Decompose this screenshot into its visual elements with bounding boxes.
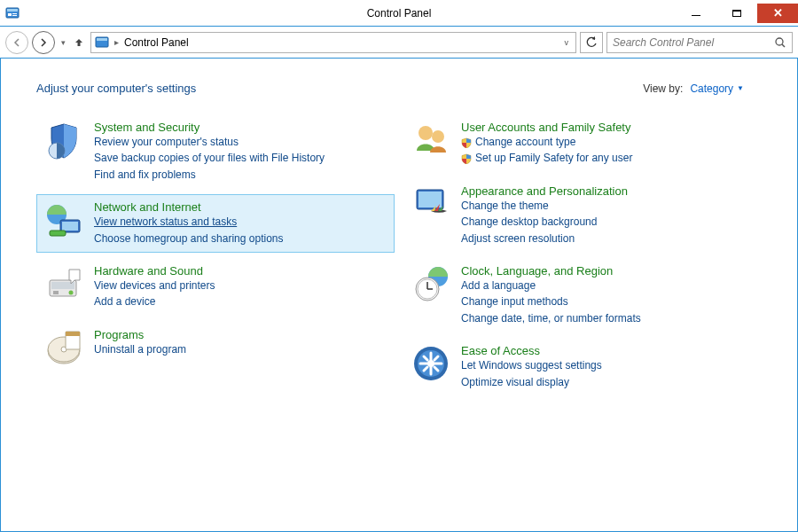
category-link[interactable]: Let Windows suggest settings — [461, 358, 602, 373]
category-link-text: Add a device — [94, 294, 155, 309]
svg-line-8 — [782, 44, 785, 47]
shield-icon — [461, 153, 472, 164]
category-body: User Accounts and Family SafetyChange ac… — [461, 121, 632, 167]
viewby-label: View by: — [643, 82, 683, 95]
category-title[interactable]: Clock, Language, and Region — [461, 264, 641, 278]
shield-icon — [461, 137, 472, 148]
category-body: ProgramsUninstall a program — [94, 328, 186, 357]
svg-rect-6 — [97, 38, 107, 41]
category-link-text: Let Windows suggest settings — [461, 358, 602, 373]
category-link[interactable]: View devices and printers — [94, 278, 215, 293]
category-title[interactable]: Ease of Access — [461, 344, 602, 357]
ease-icon — [411, 344, 450, 383]
category-link[interactable]: Review your computer's status — [94, 135, 325, 150]
category-body: Ease of AccessLet Windows suggest settin… — [461, 344, 602, 390]
category-link-text: Choose homegroup and sharing options — [94, 231, 283, 246]
viewby-dropdown[interactable]: Category ▼ — [690, 82, 744, 95]
users-icon — [411, 121, 450, 160]
category-appearance[interactable]: Appearance and PersonalizationChange the… — [403, 178, 762, 253]
svg-point-7 — [776, 38, 783, 45]
breadcrumb-root[interactable]: Control Panel — [124, 36, 189, 49]
category-link-text: Save backup copies of your files with Fi… — [94, 151, 325, 166]
category-clock[interactable]: Clock, Language, and RegionAdd a languag… — [403, 258, 762, 332]
category-title[interactable]: Network and Internet — [94, 200, 283, 214]
category-body: Appearance and PersonalizationChange the… — [461, 184, 628, 246]
category-title[interactable]: User Accounts and Family Safety — [461, 121, 632, 134]
category-body: System and SecurityReview your computer'… — [94, 121, 325, 183]
category-link-text: Find and fix problems — [94, 168, 196, 183]
maximize-button[interactable] — [716, 4, 757, 23]
address-icon — [95, 35, 109, 50]
category-link[interactable]: Change date, time, or number formats — [461, 311, 641, 326]
viewby-value: Category — [690, 82, 733, 95]
page-title: Adjust your computer's settings — [36, 82, 196, 95]
viewby: View by: Category ▼ — [643, 82, 744, 95]
category-link[interactable]: Find and fix problems — [94, 168, 325, 183]
category-security[interactable]: System and SecurityReview your computer'… — [36, 114, 395, 189]
close-button[interactable]: ✕ — [757, 4, 798, 23]
category-link[interactable]: Optimize visual display — [461, 375, 602, 390]
network-icon — [44, 200, 83, 239]
clock-icon — [411, 264, 450, 303]
appearance-icon — [411, 184, 450, 223]
titlebar: Control Panel ✕ — [0, 0, 798, 27]
category-link[interactable]: Adjust screen resolution — [461, 231, 628, 246]
window-controls: ✕ — [676, 4, 798, 23]
category-link-text: Optimize visual display — [461, 375, 569, 390]
category-link[interactable]: Add a language — [461, 278, 641, 293]
category-link[interactable]: Save backup copies of your files with Fi… — [94, 151, 325, 166]
category-body: Network and InternetView network status … — [94, 200, 283, 246]
category-link-text: Uninstall a program — [94, 342, 186, 357]
forward-button[interactable] — [32, 31, 55, 54]
navbar: ▾ ▸ Control Panel v — [0, 27, 798, 59]
search-input[interactable] — [613, 36, 774, 49]
category-link-text: Set up Family Safety for any user — [475, 151, 632, 166]
category-link[interactable]: Choose homegroup and sharing options — [94, 231, 283, 246]
category-link-text: Review your computer's status — [94, 135, 239, 150]
programs-icon — [44, 328, 83, 367]
minimize-button[interactable] — [676, 4, 716, 23]
category-link-text: View devices and printers — [94, 278, 215, 293]
category-programs[interactable]: ProgramsUninstall a program — [36, 322, 395, 373]
category-title[interactable]: Programs — [94, 328, 186, 341]
svg-rect-4 — [12, 15, 17, 16]
category-column-left: System and SecurityReview your computer'… — [36, 114, 395, 396]
category-ease[interactable]: Ease of AccessLet Windows suggest settin… — [403, 338, 762, 396]
category-title[interactable]: Hardware and Sound — [94, 264, 215, 278]
category-link-text: Change the theme — [461, 199, 549, 214]
category-link[interactable]: Change account type — [461, 135, 632, 150]
address-bar[interactable]: ▸ Control Panel v — [90, 32, 576, 53]
chevron-down-icon: ▼ — [737, 84, 744, 92]
category-link-text: Change desktop background — [461, 215, 597, 230]
category-link[interactable]: Change input methods — [461, 294, 641, 309]
category-link[interactable]: Add a device — [94, 294, 215, 309]
history-dropdown[interactable]: ▾ — [59, 38, 67, 47]
category-link[interactable]: Change desktop background — [461, 215, 628, 230]
category-users[interactable]: User Accounts and Family SafetyChange ac… — [403, 114, 762, 173]
category-hardware[interactable]: Hardware and SoundView devices and print… — [36, 258, 395, 317]
svg-rect-3 — [12, 13, 17, 14]
category-column-right: User Accounts and Family SafetyChange ac… — [403, 114, 762, 396]
category-title[interactable]: Appearance and Personalization — [461, 184, 628, 198]
category-link[interactable]: View network status and tasks — [94, 215, 283, 230]
category-link[interactable]: Uninstall a program — [94, 342, 186, 357]
category-link[interactable]: Change the theme — [461, 199, 628, 214]
search-icon — [774, 36, 786, 49]
back-button[interactable] — [5, 31, 28, 54]
svg-rect-1 — [7, 9, 18, 12]
address-dropdown-icon[interactable]: v — [561, 38, 573, 47]
security-icon — [44, 121, 83, 160]
category-link-text: View network status and tasks — [94, 215, 237, 230]
category-link-text: Change input methods — [461, 294, 568, 309]
hardware-icon — [44, 264, 83, 303]
category-link[interactable]: Set up Family Safety for any user — [461, 151, 632, 166]
svg-rect-2 — [8, 13, 12, 16]
search-box[interactable] — [606, 32, 793, 53]
up-button[interactable] — [71, 35, 87, 51]
category-link-text: Add a language — [461, 278, 536, 293]
refresh-button[interactable] — [580, 32, 603, 53]
category-network[interactable]: Network and InternetView network status … — [36, 194, 395, 253]
category-body: Clock, Language, and RegionAdd a languag… — [461, 264, 641, 326]
category-title[interactable]: System and Security — [94, 121, 325, 134]
category-link-text: Adjust screen resolution — [461, 231, 575, 246]
